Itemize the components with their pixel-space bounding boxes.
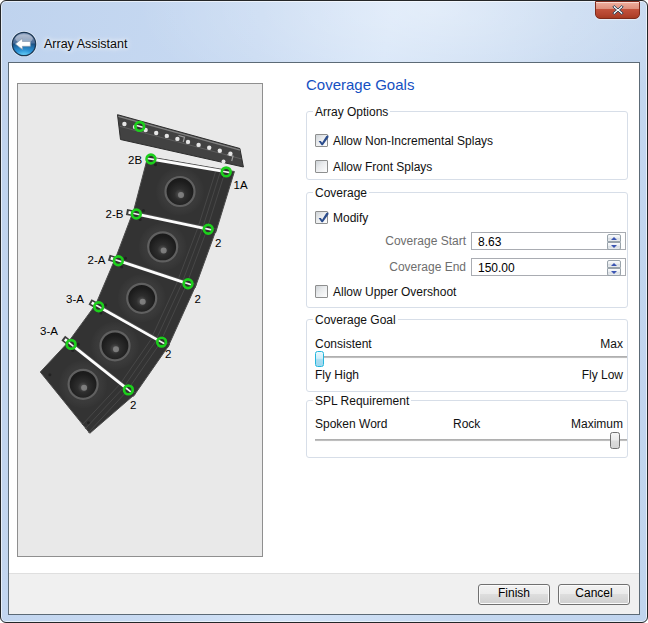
svg-text:2-A: 2-A	[88, 254, 106, 266]
svg-text:2: 2	[215, 237, 221, 249]
svg-text:2: 2	[165, 348, 171, 360]
svg-text:3-A: 3-A	[66, 293, 84, 305]
svg-text:2: 2	[195, 293, 201, 305]
svg-text:2B: 2B	[128, 154, 142, 166]
svg-text:1A: 1A	[234, 179, 248, 191]
svg-text:2-B: 2-B	[106, 208, 124, 220]
svg-text:2: 2	[130, 399, 136, 411]
svg-text:3-A: 3-A	[40, 325, 58, 337]
